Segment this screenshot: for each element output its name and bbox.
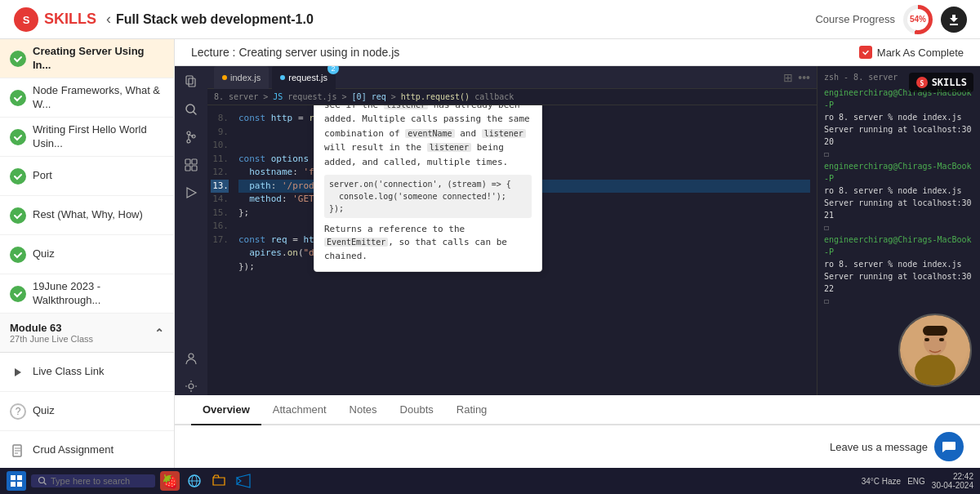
svg-rect-11: [192, 159, 197, 164]
editor-tabs: index.js 2 request.js ⊞ •••: [207, 66, 817, 89]
tab-label: request.js: [288, 73, 327, 82]
video-player[interactable]: index.js 2 request.js ⊞ •••: [175, 66, 980, 395]
message-icon: [941, 438, 957, 455]
check-icon: [10, 247, 26, 263]
taskbar-search-input[interactable]: [51, 476, 149, 486]
course-title: Full Stack web development-1.0: [116, 12, 314, 27]
extensions-icon[interactable]: [182, 156, 200, 174]
svg-rect-29: [11, 482, 16, 487]
tab-label: Attachment: [273, 403, 327, 416]
taskbar-vscode-icon[interactable]: [234, 471, 253, 491]
editor-actions: ⊞ •••: [783, 71, 810, 84]
search-icon[interactable]: [182, 100, 200, 118]
strawberry-emoji: 🍓: [162, 474, 178, 489]
module-header[interactable]: Module 63 27th June Live Class ⌃: [0, 314, 174, 353]
file-icon: [10, 443, 26, 459]
lecture-title: Lecture : Creating server using in node.…: [191, 46, 399, 59]
svg-rect-4: [186, 76, 193, 84]
sidebar-item-label: Port: [33, 169, 164, 183]
run-icon[interactable]: [182, 184, 200, 202]
sidebar-item-quiz2[interactable]: ? Quiz: [0, 392, 174, 431]
time: 22:42: [932, 472, 973, 481]
sidebar-item-label: Creating Server Using In...: [33, 45, 164, 73]
tab-index-js[interactable]: index.js: [214, 66, 269, 89]
back-button[interactable]: ‹ Full Stack web development-1.0: [106, 11, 314, 28]
sidebar-item-port[interactable]: Port: [0, 157, 174, 196]
sidebar-item-hello-world[interactable]: Writing First Hello World Usin...: [0, 118, 174, 157]
svg-point-9: [187, 140, 190, 143]
module-subtitle: 27th June Live Class: [10, 334, 93, 344]
user-icon[interactable]: [182, 349, 200, 367]
tab-label: Rating: [457, 403, 488, 416]
bottom-bar: Leave us a message: [175, 425, 980, 468]
start-button[interactable]: [7, 471, 26, 491]
tab-dot-blue: [280, 75, 285, 80]
tab-overview[interactable]: Overview: [191, 395, 261, 425]
download-button[interactable]: [941, 7, 967, 33]
main-content: Creating Server Using In... Node Framewo…: [0, 39, 980, 468]
split-editor-icon[interactable]: ⊞: [783, 71, 793, 84]
sidebar-item-label: Live Class Link: [33, 365, 164, 379]
git-icon[interactable]: [182, 128, 200, 146]
check-icon: [10, 207, 26, 224]
sidebar-item-label: Rest (What, Why, How): [33, 208, 164, 222]
taskbar-search[interactable]: [31, 474, 155, 487]
code-content: const http = require('http'); const opti…: [232, 105, 817, 280]
tab-request-js[interactable]: 2 request.js: [272, 66, 336, 89]
folder-icon: [212, 474, 226, 488]
tab-attachment[interactable]: Attachment: [261, 395, 338, 425]
lecture-label: Lecture :: [191, 46, 235, 59]
tooltip-footer: Returns a reference to the EventEmitter,…: [324, 223, 532, 264]
svg-marker-2: [15, 368, 21, 376]
sidebar-item-node-frameworks[interactable]: Node Frameworks, What & W...: [0, 78, 174, 118]
taskbar-left: 🍓: [7, 471, 253, 491]
taskbar-strawberry-icon[interactable]: 🍓: [160, 471, 180, 491]
terminal-line: engineerchirag@Chirags-MacBook-P: [824, 160, 973, 185]
temp-display: 34°C Haze: [862, 477, 901, 486]
tab-dot-orange: [222, 75, 227, 80]
sidebar-item-crud[interactable]: Crud Assignment: [0, 431, 174, 468]
sidebar-item-quiz[interactable]: Quiz: [0, 235, 174, 274]
skills-watermark: S SKILLS: [909, 73, 973, 92]
video-content: index.js 2 request.js ⊞ •••: [175, 66, 980, 395]
sidebar-item-walkthrough[interactable]: 19June 2023 - Walkthrough...: [0, 274, 174, 314]
taskbar-file-icon[interactable]: [209, 471, 229, 491]
svg-rect-10: [185, 159, 190, 164]
tab-doubts[interactable]: Doubts: [389, 395, 445, 425]
svg-rect-5: [189, 78, 195, 87]
more-actions-icon[interactable]: •••: [798, 71, 810, 84]
terminal-pane: zsh - 8. server engineerchirag@Chirags-M…: [817, 66, 980, 395]
mark-complete-button[interactable]: Mark As Complete: [859, 46, 964, 59]
mark-complete-label: Mark As Complete: [877, 47, 964, 59]
search-icon: [38, 476, 47, 486]
terminal-line: ro 8. server % node index.js: [824, 185, 973, 197]
sidebar-item-creating-server[interactable]: Creating Server Using In...: [0, 39, 174, 78]
play-icon: [10, 364, 26, 381]
watermark-text: SKILLS: [932, 77, 967, 88]
terminal-line: ro 8. server % node index.js: [824, 111, 973, 123]
check-icon: [10, 286, 26, 302]
settings-icon[interactable]: [182, 377, 200, 395]
tab-rating[interactable]: Rating: [445, 395, 499, 425]
header-right: Course Progress 54%: [815, 5, 967, 34]
logo-text: SKILLS: [44, 11, 96, 28]
tab-notes[interactable]: Notes: [338, 395, 389, 425]
chat-button[interactable]: Leave us a message: [830, 432, 964, 461]
taskbar-right: 34°C Haze ENG 22:42 30-04-2024: [862, 472, 973, 490]
svg-point-20: [915, 354, 956, 387]
taskbar: 🍓 34°C Haze ENG: [0, 468, 980, 494]
terminal-line: engineerchirag@Chirags-MacBook-P: [824, 234, 973, 258]
date: 30-04-2024: [932, 481, 973, 490]
svg-rect-13: [192, 166, 197, 171]
sidebar-item-label: 19June 2023 - Walkthrough...: [33, 280, 164, 308]
sidebar-item-live-class[interactable]: Live Class Link: [0, 353, 174, 392]
taskbar-browser-icon[interactable]: [185, 471, 204, 491]
svg-rect-24: [923, 326, 947, 336]
download-icon: [947, 13, 960, 26]
content-area: Lecture : Creating server using in node.…: [175, 39, 980, 468]
sidebar: Creating Server Using In... Node Framewo…: [0, 39, 175, 468]
files-icon[interactable]: [182, 73, 200, 91]
weather: Haze: [882, 477, 901, 486]
skills-logo-small: S: [915, 76, 929, 89]
sidebar-item-rest[interactable]: Rest (What, Why, How): [0, 196, 174, 235]
